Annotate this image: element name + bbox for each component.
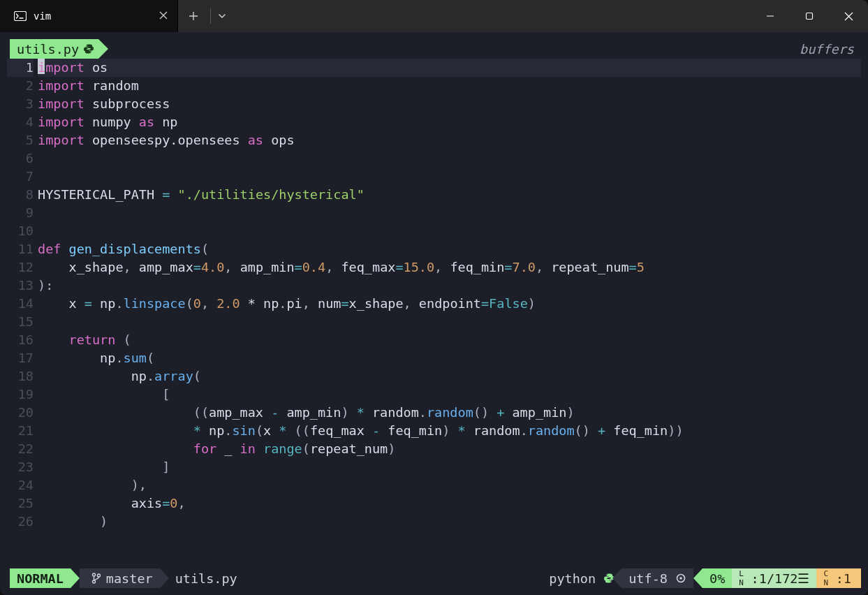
new-tab-button[interactable] bbox=[178, 11, 209, 21]
status-column: CN :1 bbox=[816, 568, 861, 588]
code-line[interactable] bbox=[38, 204, 861, 222]
status-spacer bbox=[244, 568, 542, 588]
unix-icon bbox=[675, 573, 686, 584]
close-button[interactable] bbox=[829, 0, 868, 32]
status-filetype: python bbox=[542, 568, 621, 588]
svg-point-5 bbox=[92, 580, 95, 583]
code-line[interactable]: np.array( bbox=[38, 367, 861, 385]
code-line[interactable]: return ( bbox=[38, 331, 861, 349]
code-line[interactable]: import os bbox=[38, 59, 861, 77]
terminal-tab[interactable]: vim bbox=[0, 0, 178, 32]
status-total-lines: 172 bbox=[774, 571, 797, 586]
svg-point-8 bbox=[679, 577, 682, 580]
status-mode: NORMAL bbox=[10, 568, 71, 588]
tab-dropdown-button[interactable] bbox=[212, 12, 232, 20]
buffer-tabline: utils.py buffers bbox=[7, 39, 861, 59]
code-lines[interactable]: import osimport randomimport subprocessi… bbox=[38, 59, 861, 531]
vim-editor[interactable]: utils.py buffers 12345678910111213141516… bbox=[7, 39, 861, 588]
status-branch-name: master bbox=[106, 571, 153, 586]
code-line[interactable]: [ bbox=[38, 385, 861, 404]
status-branch: master bbox=[80, 568, 160, 588]
code-line[interactable]: x = np.linspace(0, 2.0 * np.pi, num=x_sh… bbox=[38, 295, 861, 313]
lines-icon: ☰ bbox=[797, 571, 809, 586]
status-line-position: LN :1/172 ☰ bbox=[732, 568, 816, 588]
line-number-gutter: 1234567891011121314151617181920212223242… bbox=[7, 59, 38, 531]
status-percent-text: 0% bbox=[709, 571, 725, 586]
status-encoding: utf-8 bbox=[621, 568, 693, 588]
svg-rect-0 bbox=[15, 12, 27, 21]
svg-rect-3 bbox=[807, 13, 813, 20]
code-line[interactable]: HYSTERICAL_PATH = "./utilities/hysterica… bbox=[38, 186, 861, 204]
code-line[interactable]: * np.sin(x * ((feq_max - feq_min) * rand… bbox=[38, 422, 861, 440]
status-filename: utils.py bbox=[160, 568, 244, 588]
code-line[interactable]: x_shape, amp_max=4.0, amp_min=0.4, feq_m… bbox=[38, 258, 861, 277]
code-line[interactable]: ), bbox=[38, 476, 861, 494]
svg-point-4 bbox=[92, 573, 95, 576]
status-percent: 0% bbox=[703, 568, 732, 588]
code-line[interactable]: np.sum( bbox=[38, 349, 861, 367]
code-line[interactable]: import numpy as np bbox=[38, 113, 861, 131]
window-titlebar: vim bbox=[0, 0, 868, 32]
status-encoding-text: utf-8 bbox=[628, 571, 668, 586]
buffer-tab-active[interactable]: utils.py bbox=[10, 39, 98, 59]
window-controls bbox=[751, 0, 868, 32]
ln-label: LN bbox=[739, 569, 743, 587]
tab-actions bbox=[178, 0, 232, 32]
code-line[interactable] bbox=[38, 149, 861, 168]
python-icon bbox=[83, 43, 94, 54]
buffer-name: utils.py bbox=[17, 42, 79, 57]
status-line-num: 1 bbox=[759, 571, 767, 586]
separator bbox=[210, 8, 211, 24]
buffer-label: buffers bbox=[800, 39, 861, 59]
code-line[interactable]: def gen_displacements( bbox=[38, 240, 861, 258]
terminal-icon bbox=[14, 11, 27, 21]
code-line[interactable] bbox=[38, 313, 861, 331]
code-line[interactable]: ) bbox=[38, 513, 861, 531]
code-line[interactable]: ): bbox=[38, 277, 861, 295]
statusline: NORMAL master utils.py python bbox=[7, 568, 861, 588]
col-label: CN bbox=[823, 569, 827, 587]
maximize-button[interactable] bbox=[790, 0, 829, 32]
code-line[interactable]: import openseespy.opensees as ops bbox=[38, 131, 861, 149]
code-line[interactable] bbox=[38, 168, 861, 186]
minimize-button[interactable] bbox=[751, 0, 790, 32]
terminal-body: utils.py buffers 12345678910111213141516… bbox=[0, 32, 868, 595]
code-line[interactable]: import random bbox=[38, 77, 861, 95]
code-area[interactable]: 1234567891011121314151617181920212223242… bbox=[7, 59, 861, 566]
code-line[interactable] bbox=[38, 222, 861, 240]
code-line[interactable]: ((amp_max - amp_min) * random.random() +… bbox=[38, 404, 861, 422]
tab-close-button[interactable] bbox=[159, 10, 168, 22]
code-line[interactable]: ] bbox=[38, 458, 861, 476]
code-line[interactable]: for _ in range(repeat_num) bbox=[38, 440, 861, 458]
code-line[interactable]: axis=0, bbox=[38, 494, 861, 513]
git-branch-icon bbox=[91, 573, 102, 584]
code-line[interactable]: import subprocess bbox=[38, 95, 861, 113]
tab-title: vim bbox=[34, 10, 152, 22]
status-col-num: 1 bbox=[844, 571, 851, 586]
svg-point-6 bbox=[97, 574, 100, 577]
status-filetype-text: python bbox=[549, 571, 596, 586]
